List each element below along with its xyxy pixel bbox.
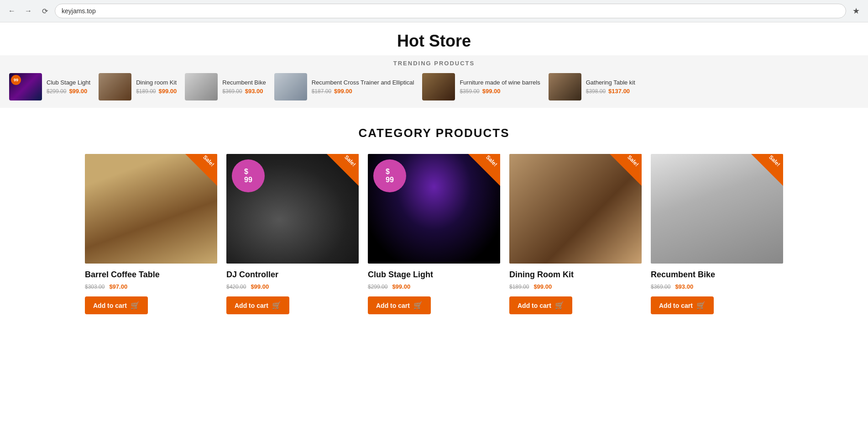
product-price-new: $93.00 xyxy=(675,283,693,290)
product-price-new: $99.00 xyxy=(251,283,269,290)
trending-prices: $187.00 $99.00 xyxy=(312,88,414,95)
trending-price-old: $189.00 xyxy=(136,88,156,95)
trending-info: Club Stage Light $299.00 $99.00 xyxy=(47,79,90,95)
products-grid: Sale! Barrel Coffee Table $303.00 $97.00… xyxy=(18,154,850,314)
trending-item[interactable]: Recumbent Bike $369.00 $93.00 xyxy=(185,70,274,103)
trending-price-old: $398.00 xyxy=(586,88,606,95)
add-to-cart-label: Add to cart xyxy=(235,302,268,309)
section-title: CATEGORY PRODUCTS xyxy=(18,126,850,140)
product-card-dining-room-kit: Sale! Dining Room Kit $189.00 $99.00 Add… xyxy=(509,154,642,314)
add-to-cart-button[interactable]: Add to cart 🛒 xyxy=(509,296,572,314)
cart-icon: 🛒 xyxy=(696,301,706,310)
product-price-new: $99.00 xyxy=(533,283,552,290)
trending-name: Recumbent Cross Trainer and Elliptical xyxy=(312,79,414,86)
trending-price-old: $187.00 xyxy=(312,88,331,95)
trending-item[interactable]: Gathering Table kit $398.00 $137.00 xyxy=(549,70,643,103)
trending-name: Gathering Table kit xyxy=(586,79,635,86)
trending-name: Recumbent Bike xyxy=(222,79,266,86)
add-to-cart-label: Add to cart xyxy=(376,302,410,309)
trending-name: Dining room Kit xyxy=(136,79,177,86)
trending-prices: $398.00 $137.00 xyxy=(586,88,635,95)
product-card-dj-controller: Sale! $99 DJ Controller $420.00 $99.00 A… xyxy=(226,154,359,314)
sale-ribbon xyxy=(751,154,783,186)
trending-info: Dining room Kit $189.00 $99.00 xyxy=(136,79,177,95)
price-badge: $99 xyxy=(373,159,406,192)
product-price-old: $369.00 xyxy=(651,284,670,290)
product-card-club-stage-light: Sale! $99 Club Stage Light $299.00 $99.0… xyxy=(368,154,500,314)
product-prices: $369.00 $93.00 xyxy=(651,283,783,290)
trending-price-new: $93.00 xyxy=(245,88,263,95)
sale-ribbon xyxy=(185,154,217,186)
product-image-wrap: Sale! $99 xyxy=(368,154,500,264)
product-name: Dining Room Kit xyxy=(509,270,642,280)
cart-icon: 🛒 xyxy=(272,301,281,310)
product-name: Barrel Coffee Table xyxy=(85,270,217,280)
product-image-wrap: Sale! $99 xyxy=(226,154,359,264)
trending-price-new: $99.00 xyxy=(69,88,87,95)
site-header: Hot Store xyxy=(0,22,868,55)
trending-prices: $369.00 $93.00 xyxy=(222,88,266,95)
trending-name: Club Stage Light xyxy=(47,79,90,86)
trending-price-old: $369.00 xyxy=(222,88,242,95)
product-price-new: $97.00 xyxy=(109,283,127,290)
product-image-wrap: Sale! xyxy=(509,154,642,264)
trending-price-new: $99.00 xyxy=(334,88,352,95)
product-image-wrap: Sale! xyxy=(651,154,783,264)
browser-chrome: ← → ⟳ keyjams.top ★ xyxy=(0,0,868,22)
product-price-old: $303.00 xyxy=(85,284,105,290)
trending-price-new: $99.00 xyxy=(482,88,501,95)
product-price-new: $99.00 xyxy=(392,283,410,290)
product-prices: $420.00 $99.00 xyxy=(226,283,359,290)
trending-info: Recumbent Bike $369.00 $93.00 xyxy=(222,79,266,95)
address-bar[interactable]: keyjams.top xyxy=(55,4,846,18)
cart-icon: 🛒 xyxy=(413,301,423,310)
site-title: Hot Store xyxy=(0,32,868,51)
product-price-old: $299.00 xyxy=(368,284,387,290)
trending-prices: $359.00 $99.00 xyxy=(460,88,540,95)
add-to-cart-label: Add to cart xyxy=(659,302,693,309)
price-badge-text: $99 xyxy=(244,168,252,184)
sale-ribbon xyxy=(327,154,359,186)
trending-prices: $299.00 $99.00 xyxy=(47,88,90,95)
trending-item[interactable]: Recumbent Cross Trainer and Elliptical $… xyxy=(274,70,423,103)
add-to-cart-button[interactable]: Add to cart 🛒 xyxy=(651,296,714,314)
back-button[interactable]: ← xyxy=(5,5,18,17)
reload-button[interactable]: ⟳ xyxy=(38,5,51,17)
product-name: DJ Controller xyxy=(226,270,359,280)
add-to-cart-label: Add to cart xyxy=(93,302,127,309)
category-section: CATEGORY PRODUCTS Sale! Barrel Coffee Ta… xyxy=(0,108,868,342)
trending-info: Gathering Table kit $398.00 $137.00 xyxy=(586,79,635,95)
price-badge-text: $99 xyxy=(386,168,394,184)
trending-item[interactable]: Dining room Kit $189.00 $99.00 xyxy=(99,70,185,103)
product-price-old: $420.00 xyxy=(226,284,246,290)
trending-label: TRENDING PRODUCTS xyxy=(9,60,859,67)
hot-badge: 99 xyxy=(11,75,21,85)
url-text: keyjams.top xyxy=(62,7,96,15)
trending-name: Furniture made of wine barrels xyxy=(460,79,540,86)
trending-bar: TRENDING PRODUCTS 99 Club Stage Light $2… xyxy=(0,55,868,108)
trending-item[interactable]: Furniture made of wine barrels $359.00 $… xyxy=(422,70,548,103)
trending-info: Recumbent Cross Trainer and Elliptical $… xyxy=(312,79,414,95)
product-name: Recumbent Bike xyxy=(651,270,783,280)
trending-price-old: $299.00 xyxy=(47,88,66,95)
trending-items: 99 Club Stage Light $299.00 $99.00 Dinin… xyxy=(9,70,859,103)
trending-item[interactable]: 99 Club Stage Light $299.00 $99.00 xyxy=(9,70,99,103)
product-price-old: $189.00 xyxy=(509,284,529,290)
forward-button[interactable]: → xyxy=(22,5,35,17)
sale-ribbon xyxy=(468,154,500,186)
add-to-cart-button[interactable]: Add to cart 🛒 xyxy=(85,296,148,314)
add-to-cart-label: Add to cart xyxy=(518,302,551,309)
trending-prices: $189.00 $99.00 xyxy=(136,88,177,95)
add-to-cart-button[interactable]: Add to cart 🛒 xyxy=(226,296,289,314)
product-prices: $303.00 $97.00 xyxy=(85,283,217,290)
trending-price-new: $137.00 xyxy=(608,88,630,95)
cart-icon: 🛒 xyxy=(131,301,140,310)
product-prices: $299.00 $99.00 xyxy=(368,283,500,290)
add-to-cart-button[interactable]: Add to cart 🛒 xyxy=(368,296,431,314)
cart-icon: 🛒 xyxy=(555,301,564,310)
product-card-recumbent-bike: Sale! Recumbent Bike $369.00 $93.00 Add … xyxy=(651,154,783,314)
page: Hot Store TRENDING PRODUCTS 99 Club Stag… xyxy=(0,22,868,342)
trending-price-old: $359.00 xyxy=(460,88,479,95)
bookmark-button[interactable]: ★ xyxy=(850,5,863,17)
price-badge: $99 xyxy=(232,159,265,192)
